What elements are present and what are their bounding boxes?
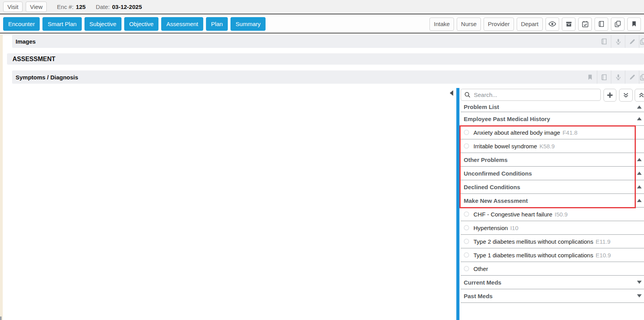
- calendar-check-icon-button[interactable]: [578, 18, 592, 31]
- diagnosis-label: Type 1 diabetes mellitus without complic…: [473, 252, 593, 258]
- list-header-past-meds[interactable]: Past Meds: [461, 289, 644, 303]
- search-box: [461, 89, 601, 101]
- icd-code: K58.9: [539, 143, 554, 149]
- visit-button[interactable]: Visit: [3, 2, 23, 12]
- copy-icon-button[interactable]: [611, 18, 625, 31]
- section-header-label: Unconfirmed Conditions: [464, 170, 532, 177]
- collapse-arrow-up-icon[interactable]: [637, 158, 642, 161]
- view-button[interactable]: View: [26, 2, 47, 12]
- icd-code: I50.9: [555, 211, 568, 218]
- collapse-arrow-up-icon[interactable]: [637, 199, 642, 202]
- panel-content: Problem ListEmployee Past Medical Histor…: [461, 88, 644, 320]
- book-icon[interactable]: [597, 70, 611, 84]
- main-toolbar: EncounterSmart PlanSubjectiveObjectiveAs…: [0, 15, 644, 33]
- nav-tab-subjective[interactable]: Subjective: [84, 17, 121, 31]
- diagnosis-label: Anxiety about altered body image: [473, 129, 560, 136]
- add-problem-button[interactable]: [604, 89, 616, 102]
- collapse-all-button[interactable]: [619, 89, 633, 102]
- search-input[interactable]: [461, 89, 601, 101]
- diagnosis-label: Type 2 diabetes mellitus without complic…: [473, 238, 593, 245]
- nav-tab-objective[interactable]: Objective: [124, 17, 159, 31]
- radio-unselected[interactable]: [464, 225, 469, 230]
- list-header-unconfirmed-conditions[interactable]: Unconfirmed Conditions: [461, 167, 644, 180]
- book-icon: [598, 20, 605, 28]
- problem-list: Problem ListEmployee Past Medical Histor…: [461, 102, 644, 303]
- bookmark-icon: [631, 21, 637, 27]
- images-section-bar[interactable]: Images: [12, 35, 644, 48]
- archive-icon-button[interactable]: [562, 18, 575, 31]
- list-item-type-2-diabetes-mellitus-without-complications[interactable]: Type 2 diabetes mellitus without complic…: [461, 235, 644, 248]
- pencil-icon[interactable]: [625, 35, 639, 48]
- copy-icon-clipped[interactable]: [639, 35, 644, 48]
- nav-tab-smart-plan[interactable]: Smart Plan: [42, 17, 81, 31]
- collapse-arrow-up-icon[interactable]: [637, 185, 642, 188]
- bookmark-icon-button[interactable]: [627, 18, 641, 31]
- list-header-employee-past-medical-history[interactable]: Employee Past Medical History: [461, 112, 644, 126]
- date-label: Date:: [96, 4, 110, 10]
- icd-code: F41.8: [563, 129, 577, 136]
- section-header-label: Other Problems: [464, 156, 508, 163]
- list-header-declined-conditions[interactable]: Declined Conditions: [461, 180, 644, 194]
- list-item-type-1-diabetes-mellitus-without-complications[interactable]: Type 1 diabetes mellitus without complic…: [461, 248, 644, 262]
- microphone-icon[interactable]: [611, 35, 625, 48]
- copy-icon-clipped[interactable]: [639, 70, 644, 84]
- expand-all-button[interactable]: [635, 89, 644, 102]
- depart-stage-button[interactable]: Depart: [517, 18, 543, 31]
- eye-icon-button[interactable]: [545, 18, 559, 31]
- list-item-irritable-bowel-syndrome[interactable]: Irritable bowel syndromeK58.9: [461, 139, 644, 153]
- radio-unselected[interactable]: [464, 266, 469, 271]
- section-header-label: Past Meds: [464, 293, 493, 299]
- list-header-current-meds[interactable]: Current Meds: [461, 276, 644, 289]
- nurse-stage-button[interactable]: Nurse: [457, 18, 481, 31]
- list-item-other[interactable]: Other: [461, 262, 644, 276]
- microphone-icon[interactable]: [611, 70, 625, 84]
- assessment-section-bar[interactable]: ASSESSMENT: [7, 53, 644, 65]
- radio-unselected[interactable]: [464, 239, 469, 244]
- list-header-other-problems[interactable]: Other Problems: [461, 153, 644, 167]
- list-header-make-new-assessment[interactable]: Make New Assessment: [461, 194, 644, 207]
- diagnosis-label: Irritable bowel syndrome: [473, 143, 537, 149]
- panel-collapse-handle[interactable]: [450, 90, 453, 96]
- bookmark-icon[interactable]: [583, 70, 597, 84]
- assessment-section-title: ASSESSMENT: [12, 56, 55, 63]
- collapse-arrow-up-icon[interactable]: [637, 117, 642, 120]
- copy-icon: [614, 20, 621, 28]
- collapse-arrow-down-icon[interactable]: [637, 281, 642, 284]
- intake-stage-button[interactable]: Intake: [429, 18, 454, 31]
- radio-unselected[interactable]: [464, 143, 469, 149]
- icd-code: E10.9: [596, 252, 611, 258]
- section-header-label: Current Meds: [464, 279, 501, 286]
- icd-code: I10: [510, 225, 518, 231]
- encounter-info: Enc #: 125 Date: 03-12-2025: [57, 4, 152, 10]
- collapse-arrow-up-icon[interactable]: [637, 172, 642, 175]
- collapse-arrow-down-icon[interactable]: [637, 294, 642, 297]
- date-value: 03-12-2025: [112, 4, 142, 10]
- nav-tab-assessment[interactable]: Assessment: [161, 17, 203, 31]
- list-item-hypertension[interactable]: HypertensionI10: [461, 221, 644, 235]
- icd-code: E11.9: [596, 238, 611, 245]
- images-section-actions: [597, 35, 644, 48]
- nav-button-group: EncounterSmart PlanSubjectiveObjectiveAs…: [3, 17, 266, 31]
- book-icon-button[interactable]: [595, 18, 608, 31]
- book-icon[interactable]: [597, 35, 611, 48]
- nav-tab-summary[interactable]: Summary: [231, 17, 266, 31]
- list-header-problem-list[interactable]: Problem List: [461, 102, 644, 112]
- eye-icon: [548, 20, 556, 28]
- symptoms-diagnosis-section-bar[interactable]: Symptoms / Diagnosis: [12, 70, 644, 84]
- collapse-arrow-up-icon[interactable]: [637, 105, 642, 109]
- provider-stage-button[interactable]: Provider: [484, 18, 514, 31]
- list-item-chf-congestive-heart-failure[interactable]: CHF - Congestive heart failureI50.9: [461, 207, 644, 221]
- scroll-corner: [0, 316, 2, 320]
- list-item-anxiety-about-altered-body-image[interactable]: Anxiety about altered body imageF41.8: [461, 126, 644, 139]
- symptoms-section-actions: [583, 70, 644, 84]
- radio-unselected[interactable]: [464, 252, 469, 258]
- left-edge-strip: [0, 34, 3, 320]
- radio-unselected[interactable]: [464, 130, 469, 135]
- nav-tab-encounter[interactable]: Encounter: [3, 17, 40, 31]
- nav-tab-plan[interactable]: Plan: [206, 17, 228, 31]
- section-header-label: Employee Past Medical History: [464, 116, 550, 122]
- pencil-icon[interactable]: [625, 70, 639, 84]
- top-bar: Visit View Enc #: 125 Date: 03-12-2025: [0, 0, 644, 14]
- panel-accent-bar: [456, 88, 459, 320]
- radio-unselected[interactable]: [464, 211, 469, 217]
